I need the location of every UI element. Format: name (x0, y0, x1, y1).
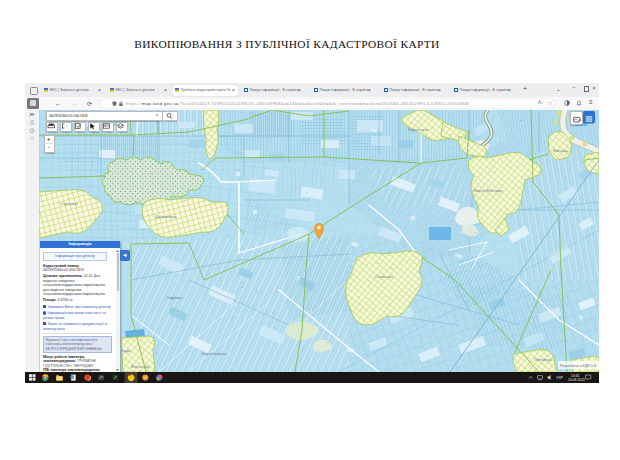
svg-text:Зади: Зади (121, 348, 130, 353)
svg-text:Берестяни: Берестяни (408, 127, 428, 132)
svg-text:Липовець: Липовець (534, 357, 552, 362)
svg-text:УКР: УКР (556, 375, 564, 379)
svg-text:Ступниця: Ступниця (60, 201, 78, 206)
svg-text:20.08.2025: 20.08.2025 (568, 378, 585, 382)
svg-text:Нижня Мостиця: Нижня Мостиця (473, 188, 502, 193)
svg-text:Селиська: Селиська (375, 274, 393, 279)
svg-text:Волоща: Волоща (553, 148, 569, 153)
svg-text:Королівщина: Королівщина (202, 351, 227, 356)
svg-text:Монастир: Монастир (131, 364, 150, 369)
svg-text:Софіївка: Софіївка (166, 295, 183, 300)
svg-text:Розроблено в ЄДЕССБ: Розроблено в ЄДЕССБ (560, 364, 597, 368)
svg-text:Добрівляни: Добрівляни (155, 214, 176, 219)
